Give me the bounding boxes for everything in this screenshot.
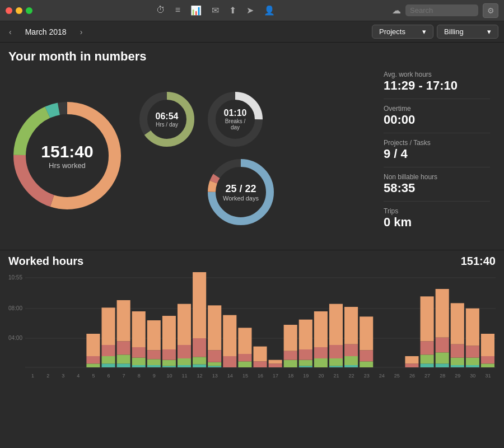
projects-tasks-value: 9 / 4	[384, 147, 490, 161]
bar-segment	[117, 354, 130, 363]
bar-segment	[178, 365, 191, 367]
x-label: 28	[440, 373, 445, 379]
x-label: 17	[273, 373, 278, 379]
bar-segment	[132, 365, 146, 367]
y-label-1055: 10:55	[8, 274, 22, 281]
middle-donuts: 06:54 Hrs / day 01:10 Breaks / day	[136, 88, 277, 228]
bar-segment	[147, 350, 161, 359]
close-button[interactable]	[6, 7, 12, 14]
inbox-icon[interactable]: ✉	[212, 5, 219, 16]
x-label: 11	[182, 373, 188, 379]
minimize-button[interactable]	[16, 7, 22, 14]
x-label: 16	[258, 373, 263, 379]
non-billable-label: Non billable hours	[384, 173, 490, 181]
bar-segment	[344, 356, 358, 365]
bar-segment	[162, 349, 176, 360]
chart-icon[interactable]: 📊	[190, 5, 202, 16]
bar-segment	[299, 320, 312, 349]
bar-segment	[421, 296, 434, 341]
hrs-day-value: 06:54	[156, 111, 179, 122]
bar-chart: 10:55 08:00 04:00 1234567891011121314151…	[8, 272, 496, 384]
people-icon[interactable]: 👤	[264, 5, 275, 16]
stats-row: 151:40 Hrs worked 06:54 Hrs / day	[8, 71, 496, 241]
right-stats-panel: Avg. work hours 11:29 - 17:10 Overtime 0…	[384, 71, 496, 241]
settings-button[interactable]: ⚙	[483, 3, 498, 18]
bar-segment	[86, 356, 100, 363]
bar-segment	[405, 363, 418, 367]
bar-segment	[421, 354, 434, 363]
hrs-day-donut: 06:54 Hrs / day	[136, 88, 198, 150]
x-label: 23	[364, 373, 370, 379]
toolbar-icons: ⏱ ≡ 📊 ✉ ⬆ ➤ 👤	[39, 5, 392, 16]
bar-segment	[117, 300, 130, 341]
bar-segment	[132, 358, 146, 365]
bar-segment	[162, 366, 176, 367]
overtime-value: 00:00	[384, 113, 490, 127]
bar-segment	[117, 363, 130, 367]
x-label: 7	[123, 373, 125, 379]
x-label: 20	[318, 373, 324, 379]
bar-segment	[147, 320, 161, 350]
titlebar: ⏱ ≡ 📊 ✉ ⬆ ➤ 👤 ☁ ⚙	[0, 0, 504, 21]
x-label: 6	[108, 373, 110, 379]
traffic-lights	[6, 7, 32, 14]
bar-segment	[147, 365, 161, 367]
worked-days-donut: 25 / 22 Worked days	[204, 156, 277, 228]
list-icon[interactable]: ≡	[175, 5, 180, 16]
bar-segment	[314, 358, 328, 367]
trips-stat: Trips 0 km	[384, 207, 490, 235]
bar-segment	[284, 360, 297, 367]
x-label: 31	[485, 373, 491, 379]
breaks-day-value: 01:10	[220, 108, 251, 118]
x-label: 8	[138, 373, 141, 379]
projects-dropdown[interactable]: Projects ▾	[372, 25, 433, 39]
hrs-worked-value: 151:40	[41, 142, 93, 161]
x-label: 1	[31, 373, 34, 379]
bar-segment	[117, 341, 130, 354]
next-month-button[interactable]: ›	[77, 26, 86, 38]
x-label: 26	[409, 373, 415, 379]
bar-segment	[86, 334, 100, 356]
bar-segment	[329, 366, 343, 367]
x-label: 25	[394, 373, 400, 379]
bar-segment	[253, 361, 267, 367]
avg-work-hours-label: Avg. work hours	[384, 71, 490, 78]
bar-segment	[360, 361, 373, 367]
cloud-icon[interactable]: ☁	[392, 5, 401, 16]
navbar: ‹ March 2018 › Projects ▾ Billing ▾	[0, 21, 504, 43]
x-label: 24	[379, 373, 385, 379]
bar-segment	[178, 358, 191, 365]
bar-segment	[360, 350, 373, 361]
x-label: 15	[242, 373, 248, 379]
bar-segment	[405, 356, 418, 363]
worked-days-sublabel: Worked days	[223, 195, 259, 202]
chevron-down-icon: ▾	[487, 27, 491, 36]
bar-segment	[466, 358, 479, 365]
bar-segment	[208, 350, 221, 362]
bar-segment	[101, 356, 115, 363]
bar-segment	[238, 328, 251, 354]
avg-work-hours-stat: Avg. work hours 11:29 - 17:10	[384, 71, 490, 99]
bar-segment	[193, 338, 206, 357]
maximize-button[interactable]	[26, 7, 32, 14]
overtime-stat: Overtime 00:00	[384, 105, 490, 133]
hrs-worked-donut: 151:40 Hrs worked	[8, 97, 126, 214]
bar-segment	[344, 307, 358, 344]
x-label: 22	[349, 373, 354, 379]
bar-segment	[101, 345, 115, 356]
timer-icon[interactable]: ⏱	[156, 5, 165, 16]
breaks-day-sublabel: Breaks / day	[220, 118, 251, 130]
nav-dropdowns: Projects ▾ Billing ▾	[372, 25, 498, 39]
bar-segment	[193, 365, 206, 367]
send-icon[interactable]: ➤	[246, 5, 254, 16]
bar-segment	[223, 315, 236, 356]
bar-segment	[436, 363, 449, 367]
search-input[interactable]	[405, 4, 478, 16]
x-label: 19	[303, 373, 309, 379]
worked-days-value: 25 / 22	[223, 183, 259, 195]
prev-month-button[interactable]: ‹	[6, 26, 15, 38]
bar-segment	[193, 272, 206, 338]
billing-dropdown[interactable]: Billing ▾	[437, 25, 498, 39]
export-icon[interactable]: ⬆	[229, 5, 236, 16]
hrs-day-label: 06:54 Hrs / day	[156, 111, 179, 128]
